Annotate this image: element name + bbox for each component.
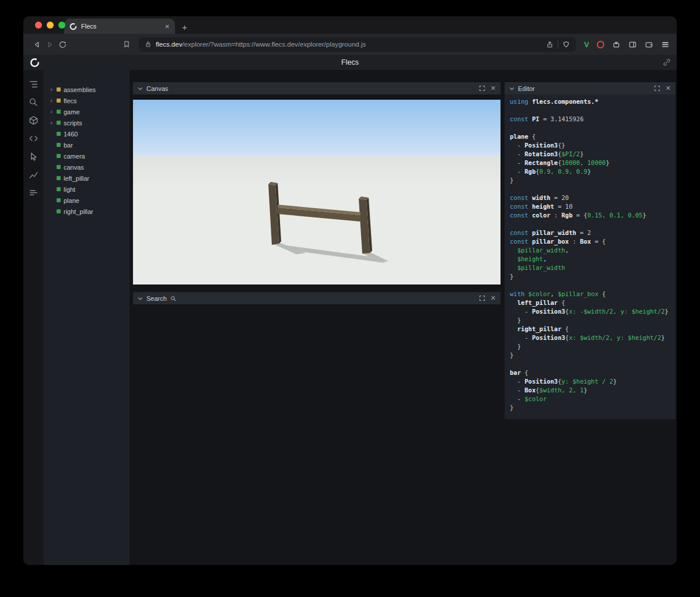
code-line: - Rectangle{10000, 10000}	[510, 159, 671, 167]
fullscreen-icon[interactable]	[479, 295, 485, 301]
search-icon	[170, 296, 176, 301]
tree-item-canvas[interactable]: canvas	[44, 161, 130, 173]
tree-item-label: plane	[64, 197, 79, 204]
tab-strip: Flecs ✕ +	[23, 16, 677, 34]
entity-kind-square	[57, 154, 61, 158]
fullscreen-icon[interactable]	[479, 85, 485, 92]
sidebar-toggle-icon[interactable]	[628, 40, 637, 49]
editor-panel-actions: ✕	[654, 85, 671, 92]
forward-icon[interactable]	[43, 38, 56, 51]
code-line: const PI = 3.1415926	[510, 115, 671, 124]
close-window-button[interactable]	[35, 22, 42, 29]
expand-arrow-icon[interactable]: ›	[49, 97, 54, 104]
close-icon[interactable]: ✕	[491, 295, 496, 301]
tree-item-scripts[interactable]: ›scripts	[44, 117, 130, 128]
tree-item-label: assemblies	[64, 86, 96, 93]
url-bar[interactable]: flecs.dev/explorer/?wasm=https://www.fle…	[139, 37, 576, 52]
expand-arrow-icon[interactable]: ›	[49, 86, 54, 93]
menu-icon[interactable]	[661, 40, 670, 49]
code-line: }	[510, 342, 671, 351]
lock-icon	[145, 41, 152, 48]
tree-item-left_pillar[interactable]: left_pillar	[44, 173, 130, 184]
chevron-down-icon[interactable]	[138, 86, 143, 91]
chevron-down-icon[interactable]	[509, 86, 514, 91]
tree-item-flecs[interactable]: ›flecs	[44, 95, 130, 106]
tree-item-assemblies[interactable]: ›assemblies	[44, 84, 130, 95]
expand-arrow-icon[interactable]: ›	[49, 108, 54, 115]
fullscreen-icon[interactable]	[654, 85, 660, 92]
tree-item-label: bar	[64, 142, 73, 149]
code-line: $height,	[510, 255, 671, 264]
expand-arrow-icon[interactable]: ›	[49, 120, 54, 126]
code-line	[510, 106, 671, 115]
brave-shield-icon[interactable]	[562, 41, 570, 48]
canvas-panel-actions: ✕	[479, 85, 496, 92]
sky	[133, 100, 501, 156]
code-line	[510, 360, 671, 368]
url-text: flecs.dev/explorer/?wasm=https://www.fle…	[156, 41, 542, 48]
code-line: const pillar_box : Box = {	[510, 237, 671, 246]
cube-icon[interactable]	[27, 114, 40, 127]
ground-plane	[133, 156, 501, 285]
canvas-3d-scene[interactable]	[133, 100, 501, 285]
url-path: /explorer/?wasm=https://www.flecs.dev/ex…	[182, 41, 366, 48]
search-icon[interactable]	[27, 96, 40, 108]
tree-item-label: camera	[64, 153, 85, 160]
tree-item-bar[interactable]: bar	[44, 139, 130, 150]
icon-rail	[23, 70, 44, 565]
close-icon[interactable]: ✕	[491, 85, 496, 92]
tree-item-light[interactable]: light	[44, 184, 130, 195]
stats-icon[interactable]	[27, 186, 40, 199]
code-line: }	[510, 176, 671, 185]
new-tab-button[interactable]: +	[182, 23, 187, 31]
code-icon[interactable]	[27, 132, 40, 145]
code-line: - Position3{x: $width/2, y: $height/2}	[510, 333, 671, 342]
tree-item-1460[interactable]: 1460	[44, 128, 130, 139]
tab-close-icon[interactable]: ✕	[165, 23, 170, 30]
explorer-content: ›assemblies›flecs›game›scripts1460barcam…	[23, 70, 677, 565]
entity-tree: ›assemblies›flecs›game›scripts1460barcam…	[44, 70, 130, 565]
tree-item-label: light	[64, 186, 75, 193]
minimize-window-button[interactable]	[47, 22, 54, 29]
extension-red-ring-icon[interactable]	[597, 41, 604, 48]
navigation-bar: flecs.dev/explorer/?wasm=https://www.fle…	[23, 34, 677, 55]
share-link-icon[interactable]	[663, 58, 671, 66]
back-icon[interactable]	[30, 38, 43, 51]
chevron-down-icon[interactable]	[138, 296, 143, 301]
canvas-panel-title: Canvas	[146, 85, 168, 92]
code-line: }	[510, 272, 671, 281]
code-line: }	[510, 403, 671, 412]
close-icon[interactable]: ✕	[666, 85, 671, 92]
entity-kind-square	[57, 121, 61, 125]
editor-code[interactable]: using flecs.components.* const PI = 3.14…	[505, 94, 676, 415]
share-icon[interactable]	[546, 41, 554, 48]
tree-item-label: left_pillar	[64, 175, 89, 182]
wallet-icon[interactable]	[645, 40, 653, 49]
code-line: - Position3{y: $height / 2}	[510, 377, 671, 386]
zoom-window-button[interactable]	[58, 22, 65, 29]
inspect-icon[interactable]	[27, 150, 40, 163]
browser-tab[interactable]: Flecs ✕	[64, 19, 175, 34]
extension-v-icon[interactable]: V	[584, 40, 589, 49]
code-line: right_pillar {	[510, 325, 671, 333]
tree-item-right_pillar[interactable]: right_pillar	[44, 206, 130, 217]
tree-item-camera[interactable]: camera	[44, 150, 130, 161]
tree-icon[interactable]	[27, 78, 40, 90]
tree-item-plane[interactable]: plane	[44, 195, 130, 206]
chart-icon[interactable]	[27, 168, 40, 181]
code-line: - $color	[510, 395, 671, 403]
tab-title: Flecs	[81, 23, 161, 30]
canvas-panel-header: Canvas ✕	[133, 82, 501, 94]
traffic-lights	[35, 22, 65, 29]
extensions-puzzle-icon[interactable]	[612, 40, 621, 49]
bookmark-icon[interactable]	[120, 38, 133, 51]
tree-item-label: right_pillar	[64, 208, 93, 215]
code-line: }	[510, 351, 671, 360]
code-line: - Box{$width, 2, 1}	[510, 386, 671, 395]
entity-kind-square	[57, 87, 61, 92]
code-line: - Rotation3{$PI/2}	[510, 150, 671, 159]
entity-kind-square	[57, 99, 61, 103]
code-line	[510, 124, 671, 132]
reload-icon[interactable]	[56, 38, 69, 51]
tree-item-game[interactable]: ›game	[44, 106, 130, 117]
